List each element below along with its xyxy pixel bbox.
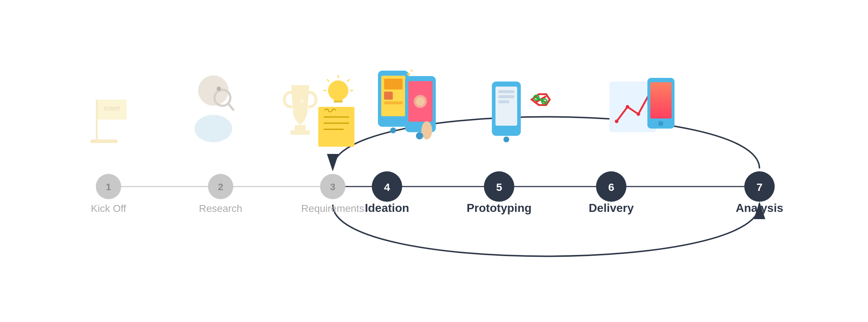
label-3: Requirements xyxy=(301,203,364,214)
svg-point-60 xyxy=(647,92,651,96)
svg-point-9 xyxy=(195,115,232,142)
svg-point-10 xyxy=(214,90,230,106)
svg-rect-44 xyxy=(492,81,521,136)
svg-rect-32 xyxy=(394,92,403,100)
svg-rect-47 xyxy=(498,95,514,98)
node-2 xyxy=(208,174,233,199)
label-1: Kick Off xyxy=(91,203,126,214)
icon-analysis xyxy=(609,78,675,132)
svg-rect-7 xyxy=(90,139,118,143)
svg-point-12 xyxy=(217,87,221,91)
svg-rect-31 xyxy=(384,92,393,100)
svg-point-59 xyxy=(637,112,640,116)
icon-flag: START xyxy=(90,100,127,143)
svg-rect-48 xyxy=(498,100,509,103)
svg-point-49 xyxy=(503,137,509,142)
label-4: Ideation xyxy=(365,201,409,214)
label-5: Prototyping xyxy=(467,201,532,214)
node-3 xyxy=(320,174,345,199)
svg-text:5: 5 xyxy=(496,181,502,193)
svg-rect-56 xyxy=(609,81,656,132)
svg-point-63 xyxy=(658,121,663,126)
svg-line-52 xyxy=(535,97,545,103)
svg-marker-50 xyxy=(532,94,550,105)
node-4 xyxy=(372,171,402,202)
arrows-svg: START xyxy=(54,34,814,288)
svg-point-42 xyxy=(421,121,432,139)
svg-text:START: START xyxy=(104,106,120,112)
svg-rect-4 xyxy=(96,100,98,139)
icon-ideation xyxy=(318,75,354,147)
svg-text:4: 4 xyxy=(384,181,390,193)
svg-rect-62 xyxy=(650,82,672,118)
svg-point-57 xyxy=(615,120,618,123)
svg-point-37 xyxy=(411,70,413,71)
svg-point-43 xyxy=(416,132,423,139)
svg-rect-13 xyxy=(295,125,306,130)
svg-point-40 xyxy=(414,95,427,108)
label-6: Delivery xyxy=(589,201,634,214)
svg-text:2: 2 xyxy=(218,181,223,192)
svg-rect-14 xyxy=(290,130,310,135)
svg-rect-46 xyxy=(498,90,514,93)
icon-trophy xyxy=(284,85,316,135)
node-6 xyxy=(596,171,626,202)
svg-line-22 xyxy=(327,79,329,81)
svg-line-11 xyxy=(228,104,233,110)
svg-point-35 xyxy=(407,73,410,76)
svg-line-51 xyxy=(535,97,545,103)
svg-rect-18 xyxy=(334,101,342,103)
svg-point-54 xyxy=(534,95,539,100)
svg-text:7: 7 xyxy=(757,181,763,193)
svg-rect-61 xyxy=(647,78,675,129)
svg-point-55 xyxy=(542,99,547,104)
svg-point-16 xyxy=(328,80,348,101)
svg-point-8 xyxy=(198,75,229,106)
svg-line-53 xyxy=(536,98,544,101)
svg-rect-5 xyxy=(98,100,127,120)
node-1 xyxy=(96,174,121,199)
svg-text:1: 1 xyxy=(106,181,111,192)
label-7: Analysis xyxy=(736,201,783,214)
svg-line-20 xyxy=(347,79,349,81)
svg-text:3: 3 xyxy=(330,181,335,192)
svg-rect-29 xyxy=(381,76,405,116)
svg-rect-45 xyxy=(495,87,517,126)
node-7 xyxy=(744,171,775,202)
main-container: START xyxy=(0,0,868,322)
svg-point-36 xyxy=(413,79,415,81)
svg-rect-38 xyxy=(405,76,436,132)
icon-delivery xyxy=(492,81,550,142)
svg-rect-28 xyxy=(378,71,409,127)
svg-rect-30 xyxy=(384,79,403,89)
svg-rect-17 xyxy=(334,98,342,101)
svg-rect-33 xyxy=(384,101,403,104)
svg-point-58 xyxy=(626,105,629,109)
icon-prototyping xyxy=(378,70,436,139)
label-2: Research xyxy=(199,203,242,214)
svg-text:6: 6 xyxy=(608,181,614,193)
svg-rect-24 xyxy=(318,107,354,147)
timeline-wrapper: START xyxy=(54,34,814,288)
svg-point-41 xyxy=(416,97,425,106)
svg-rect-39 xyxy=(408,81,433,122)
svg-point-34 xyxy=(390,127,396,133)
svg-point-15 xyxy=(300,100,304,103)
icon-research xyxy=(195,75,233,142)
node-5 xyxy=(484,171,514,202)
